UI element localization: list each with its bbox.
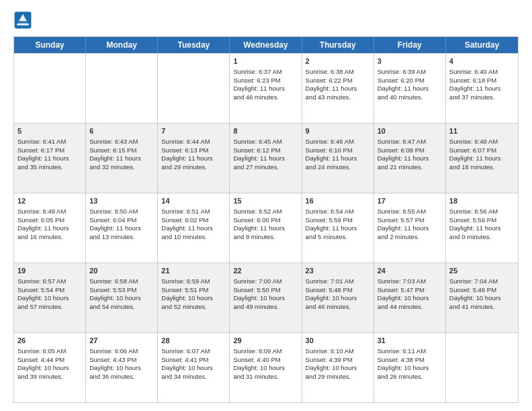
day-info-line: Daylight: 11 hours (306, 85, 370, 93)
day-info-line: Sunset: 6:10 PM (306, 146, 370, 155)
day-info-line: Sunrise: 6:43 AM (89, 138, 154, 146)
day-info-line: Daylight: 10 hours (161, 294, 226, 303)
header (13, 11, 519, 30)
day-info-line: Sunrise: 6:07 AM (161, 347, 226, 356)
day-info-line: Daylight: 10 hours (17, 294, 82, 303)
day-info-line: and 21 minutes. (378, 163, 442, 172)
day-number: 30 (306, 336, 370, 346)
day-info-line: Sunset: 6:05 PM (17, 216, 82, 225)
day-number: 10 (378, 126, 442, 136)
day-info-line: Sunset: 4:40 PM (233, 356, 298, 365)
day-info-line: Daylight: 11 hours (449, 85, 515, 93)
cal-cell-r2-c0: 12Sunrise: 6:49 AMSunset: 6:05 PMDayligh… (14, 193, 86, 263)
day-number: 19 (17, 266, 82, 276)
cal-cell-r1-c6: 11Sunrise: 6:48 AMSunset: 6:07 PMDayligh… (446, 124, 518, 193)
day-number: 25 (449, 266, 515, 276)
day-info-line: Sunrise: 6:39 AM (378, 68, 442, 77)
day-info-line: and 27 minutes. (233, 163, 298, 172)
day-info-line: Daylight: 11 hours (233, 224, 298, 233)
day-info-line: Daylight: 11 hours (161, 154, 226, 163)
day-number: 21 (161, 266, 226, 276)
day-number: 26 (17, 336, 82, 346)
day-number: 24 (378, 266, 442, 276)
calendar-row-2: 12Sunrise: 6:49 AMSunset: 6:05 PMDayligh… (14, 193, 518, 263)
day-info-line: Sunrise: 7:03 AM (378, 277, 442, 286)
day-info-line: and 8 minutes. (233, 233, 298, 242)
day-info-line: Daylight: 11 hours (17, 154, 82, 163)
day-info-line: Sunset: 5:51 PM (161, 286, 226, 295)
day-info-line: and 49 minutes. (233, 303, 298, 312)
day-number: 23 (306, 266, 370, 276)
day-info-line: Sunset: 5:50 PM (233, 286, 298, 295)
day-info-line: Sunrise: 6:54 AM (306, 208, 370, 216)
day-info-line: Sunset: 4:44 PM (17, 356, 82, 365)
day-info-line: Sunset: 5:48 PM (306, 286, 370, 295)
day-info-line: Sunset: 6:02 PM (161, 216, 226, 225)
day-info-line: and 44 minutes. (378, 303, 442, 312)
day-number: 15 (233, 196, 298, 206)
day-info-line: and 46 minutes. (233, 93, 298, 102)
day-info-line: Sunset: 4:41 PM (161, 356, 226, 365)
day-number: 22 (233, 266, 298, 276)
day-info-line: Sunrise: 6:10 AM (306, 347, 370, 356)
cal-cell-r0-c3: 1Sunrise: 6:37 AMSunset: 6:23 PMDaylight… (230, 54, 302, 123)
day-info-line: Sunset: 5:47 PM (378, 286, 442, 295)
day-info-line: Daylight: 11 hours (89, 154, 154, 163)
cal-cell-r3-c1: 20Sunrise: 6:58 AMSunset: 5:53 PMDayligh… (86, 263, 158, 332)
day-info-line: Daylight: 11 hours (233, 154, 298, 163)
day-number: 13 (89, 196, 154, 206)
day-info-line: Daylight: 10 hours (306, 364, 370, 373)
day-info-line: Daylight: 10 hours (378, 364, 442, 373)
day-info-line: and 0 minutes. (449, 233, 515, 242)
day-info-line: Sunrise: 6:45 AM (233, 138, 298, 146)
cal-cell-r3-c2: 21Sunrise: 6:59 AMSunset: 5:51 PMDayligh… (158, 263, 230, 332)
cal-cell-r1-c4: 9Sunrise: 6:46 AMSunset: 6:10 PMDaylight… (302, 124, 374, 193)
day-info-line: Sunrise: 6:37 AM (233, 68, 298, 77)
day-info-line: Sunrise: 6:38 AM (306, 68, 370, 77)
day-info-line: Daylight: 11 hours (378, 85, 442, 93)
day-info-line: Daylight: 10 hours (161, 364, 226, 373)
header-day-thursday: Thursday (302, 37, 374, 53)
day-info-line: Daylight: 10 hours (378, 294, 442, 303)
day-info-line: and 13 minutes. (89, 233, 154, 242)
day-info-line: and 31 minutes. (233, 373, 298, 381)
day-info-line: Sunset: 4:39 PM (306, 356, 370, 365)
day-info-line: Sunrise: 6:09 AM (233, 347, 298, 356)
day-info-line: and 57 minutes. (17, 303, 82, 312)
calendar-row-1: 5Sunrise: 6:41 AMSunset: 6:17 PMDaylight… (14, 123, 518, 193)
day-info-line: and 52 minutes. (161, 303, 226, 312)
cal-cell-r3-c3: 22Sunrise: 7:00 AMSunset: 5:50 PMDayligh… (230, 263, 302, 332)
day-info-line: Daylight: 11 hours (378, 154, 442, 163)
day-info-line: Daylight: 11 hours (306, 224, 370, 233)
day-info-line: Sunset: 6:00 PM (233, 216, 298, 225)
day-info-line: Daylight: 11 hours (161, 224, 226, 233)
calendar-body: 1Sunrise: 6:37 AMSunset: 6:23 PMDaylight… (14, 53, 518, 402)
cal-cell-r0-c6: 4Sunrise: 6:40 AMSunset: 6:18 PMDaylight… (446, 54, 518, 123)
cal-cell-r0-c4: 2Sunrise: 6:38 AMSunset: 6:22 PMDaylight… (302, 54, 374, 123)
day-info-line: Daylight: 10 hours (449, 294, 515, 303)
header-day-sunday: Sunday (14, 37, 86, 53)
day-info-line: Sunrise: 6:50 AM (89, 208, 154, 216)
day-info-line: and 35 minutes. (17, 163, 82, 172)
day-info-line: Sunset: 6:07 PM (449, 146, 515, 155)
day-info-line: Sunset: 6:12 PM (233, 146, 298, 155)
day-info-line: Sunset: 6:23 PM (233, 77, 298, 85)
day-info-line: Daylight: 10 hours (306, 294, 370, 303)
day-info-line: Sunrise: 7:00 AM (233, 277, 298, 286)
cal-cell-r1-c3: 8Sunrise: 6:45 AMSunset: 6:12 PMDaylight… (230, 124, 302, 193)
day-info-line: Daylight: 10 hours (233, 364, 298, 373)
logo-icon (13, 11, 32, 30)
day-info-line: Sunrise: 6:59 AM (161, 277, 226, 286)
day-info-line: Sunset: 6:20 PM (378, 77, 442, 85)
cal-cell-r0-c0 (14, 54, 86, 123)
day-info-line: and 26 minutes. (378, 373, 442, 381)
day-info-line: Sunset: 6:22 PM (306, 77, 370, 85)
cal-cell-r2-c6: 18Sunrise: 6:56 AMSunset: 5:56 PMDayligh… (446, 193, 518, 263)
cal-cell-r4-c0: 26Sunrise: 6:05 AMSunset: 4:44 PMDayligh… (14, 333, 86, 402)
day-info-line: Sunrise: 6:52 AM (233, 208, 298, 216)
day-number: 4 (449, 56, 515, 66)
day-info-line: Daylight: 10 hours (89, 364, 154, 373)
cal-cell-r4-c1: 27Sunrise: 6:06 AMSunset: 4:43 PMDayligh… (86, 333, 158, 402)
day-info-line: and 2 minutes. (378, 233, 442, 242)
day-info-line: Daylight: 11 hours (306, 154, 370, 163)
